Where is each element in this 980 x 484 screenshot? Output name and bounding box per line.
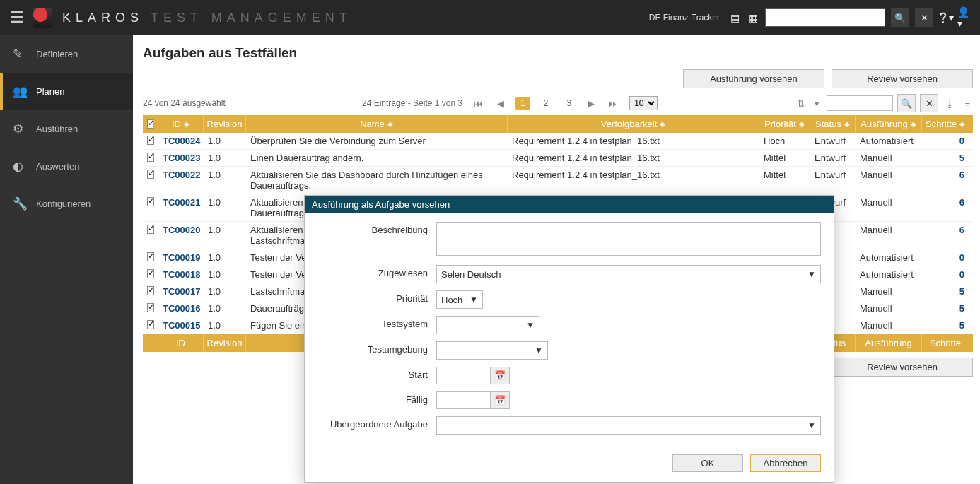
clear-search-icon[interactable]: ✕ <box>915 8 933 27</box>
logo-icon <box>33 8 52 28</box>
help-icon[interactable]: ❔▾ <box>939 11 952 24</box>
topbar-right: DE Finanz-Tracker ▤ ▦ 🔍 ✕ ❔▾ 👤▾ <box>649 8 970 27</box>
global-search-input[interactable] <box>765 8 885 27</box>
brand-sub: TEST MANAGEMENT <box>151 11 352 25</box>
topbar: ☰ KLAROS TEST MANAGEMENT DE Finanz-Track… <box>0 0 980 35</box>
user-icon[interactable]: 👤▾ <box>957 11 970 24</box>
search-icon[interactable]: 🔍 <box>891 8 909 27</box>
project-name[interactable]: DE Finanz-Tracker <box>649 13 720 23</box>
archive-icon[interactable]: ▤ <box>728 11 741 24</box>
brand-main: KLAROS <box>62 11 144 25</box>
dashboard-icon[interactable]: ▦ <box>747 11 759 24</box>
hamburger-icon[interactable]: ☰ <box>10 8 24 27</box>
